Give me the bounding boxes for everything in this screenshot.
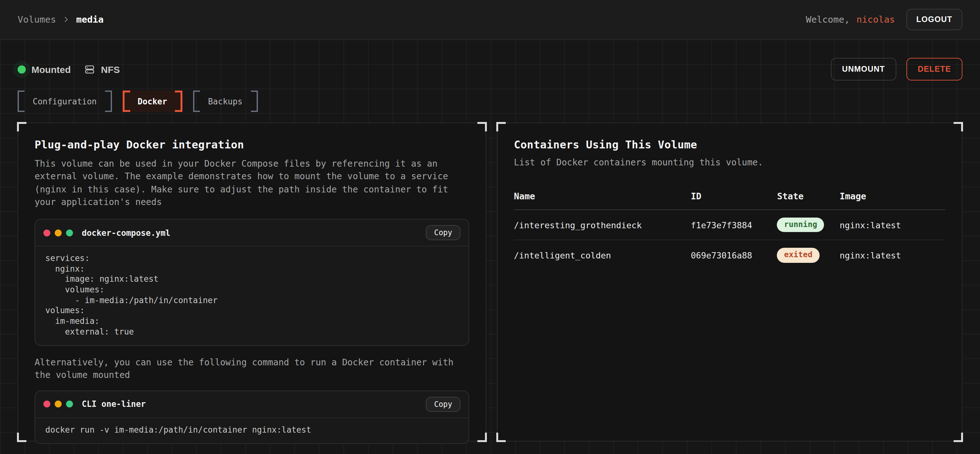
containers-panel-title: Containers Using This Volume xyxy=(514,138,945,151)
tab-configuration[interactable]: Configuration xyxy=(18,90,112,112)
logout-button[interactable]: LOGOUT xyxy=(907,9,963,30)
table-row: /interesting_grothendieck f1e73e7f3884 r… xyxy=(514,210,945,240)
breadcrumb-volumes-link[interactable]: Volumes xyxy=(18,14,56,24)
breadcrumb-current-volume: media xyxy=(76,14,103,24)
container-name: /intelligent_colden xyxy=(514,240,691,270)
welcome-text: Welcome, nicolas xyxy=(806,14,895,24)
container-image: nginx:latest xyxy=(840,210,945,240)
username: nicolas xyxy=(856,14,895,24)
red-dot-icon xyxy=(43,229,50,236)
docker-integration-panel: Plug-and-play Docker integration This vo… xyxy=(18,122,486,441)
cli-code-content: docker run -v im-media:/path/in/containe… xyxy=(35,418,469,444)
status-indicators: Mounted NFS xyxy=(18,64,120,75)
corner-mark xyxy=(17,433,26,442)
traffic-lights-icon xyxy=(43,401,73,408)
table-row: /intelligent_colden 069e73016a88 exited … xyxy=(514,240,945,270)
mount-status: Mounted xyxy=(18,64,71,75)
traffic-lights-icon xyxy=(43,229,73,236)
cli-intro-text: Alternatively, you can use the following… xyxy=(35,356,456,381)
volume-actions: UNMOUNT DELETE xyxy=(830,58,963,81)
column-header-name: Name xyxy=(514,187,691,210)
status-row: Mounted NFS UNMOUNT DELETE xyxy=(18,40,963,81)
yellow-dot-icon xyxy=(55,229,62,236)
column-header-image: Image xyxy=(840,187,945,210)
tab-docker[interactable]: Docker xyxy=(123,90,182,112)
container-id: f1e73e7f3884 xyxy=(691,210,777,240)
top-bar: Volumes media Welcome, nicolas LOGOUT xyxy=(0,0,980,40)
corner-mark xyxy=(954,433,963,442)
compose-code-content: services: nginx: image: nginx:latest vol… xyxy=(35,246,469,345)
corner-mark xyxy=(477,433,487,442)
column-header-state: State xyxy=(777,187,840,210)
unmount-button[interactable]: UNMOUNT xyxy=(830,58,896,81)
containers-table: Name ID State Image /interesting_grothen… xyxy=(514,187,945,270)
volume-detail-page: Volumes media Welcome, nicolas LOGOUT Mo… xyxy=(0,0,980,454)
cli-code-header: CLI one-liner Copy xyxy=(35,391,469,418)
compose-code-block: docker-compose.yml Copy services: nginx:… xyxy=(35,219,469,346)
docker-panel-title: Plug-and-play Docker integration xyxy=(35,138,469,151)
corner-mark xyxy=(496,433,506,442)
containers-panel: Containers Using This Volume List of Doc… xyxy=(497,122,963,441)
corner-mark xyxy=(477,122,487,132)
server-icon xyxy=(84,64,95,75)
corner-mark xyxy=(17,122,26,132)
panel-area: Plug-and-play Docker integration This vo… xyxy=(18,122,963,441)
top-bar-right: Welcome, nicolas LOGOUT xyxy=(806,9,963,30)
compose-filename: docker-compose.yml xyxy=(82,228,170,237)
containers-table-header-row: Name ID State Image xyxy=(514,187,945,210)
red-dot-icon xyxy=(43,401,50,408)
yellow-dot-icon xyxy=(55,401,62,408)
mount-status-label: Mounted xyxy=(32,64,71,75)
container-image: nginx:latest xyxy=(840,240,945,270)
fs-type-label: NFS xyxy=(101,64,120,75)
breadcrumb: Volumes media xyxy=(18,14,104,24)
status-badge: exited xyxy=(777,248,819,263)
chevron-right-icon xyxy=(62,16,70,23)
delete-button[interactable]: DELETE xyxy=(907,58,963,81)
green-dot-icon xyxy=(66,229,73,236)
container-id: 069e73016a88 xyxy=(691,240,777,270)
compose-copy-button[interactable]: Copy xyxy=(426,225,460,240)
fs-type: NFS xyxy=(84,64,120,75)
status-badge: running xyxy=(777,217,824,232)
cli-title: CLI one-liner xyxy=(82,400,146,409)
page-content: Mounted NFS UNMOUNT DELETE xyxy=(0,40,980,454)
tab-backups[interactable]: Backups xyxy=(193,90,258,112)
compose-code-header: docker-compose.yml Copy xyxy=(35,219,469,246)
cli-copy-button[interactable]: Copy xyxy=(426,397,460,412)
cli-code-block: CLI one-liner Copy docker run -v im-medi… xyxy=(35,391,469,444)
containers-panel-subtitle: List of Docker containers mounting this … xyxy=(514,157,945,167)
column-header-id: ID xyxy=(691,187,777,210)
container-name: /interesting_grothendieck xyxy=(514,210,691,240)
corner-mark xyxy=(954,122,963,132)
tab-bar: Configuration Docker Backups xyxy=(18,90,963,112)
docker-panel-description: This volume can be used in your Docker C… xyxy=(35,157,456,208)
corner-mark xyxy=(496,122,506,132)
mounted-dot-icon xyxy=(18,65,26,73)
green-dot-icon xyxy=(66,401,73,408)
